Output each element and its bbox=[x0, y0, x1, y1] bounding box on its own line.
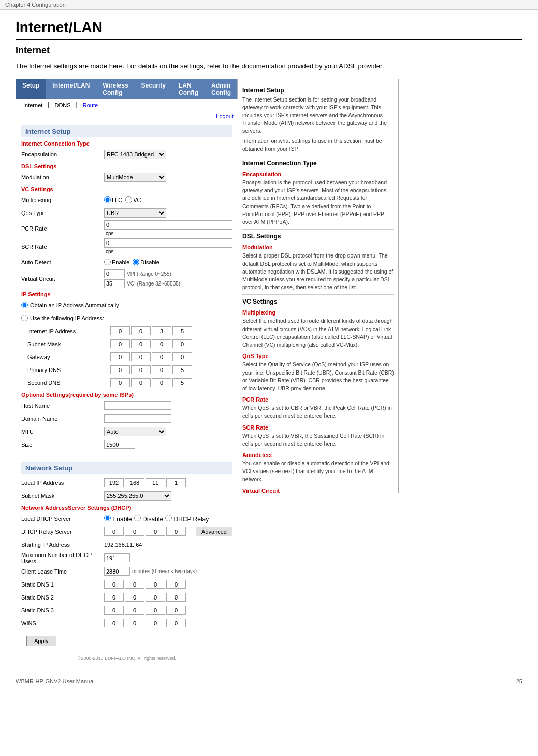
sdns-1[interactable] bbox=[110, 378, 130, 387]
vpi-input[interactable] bbox=[104, 269, 125, 278]
sub-tab-internet[interactable]: Internet bbox=[19, 101, 47, 109]
encap-select[interactable]: RFC 1483 Bridged PPPoE PPPoA IPoA bbox=[104, 150, 166, 159]
dhcp-relay-radio[interactable] bbox=[165, 515, 172, 521]
sub-tab-ddns[interactable]: DDNS bbox=[50, 101, 75, 109]
auto-detect-disable-radio[interactable] bbox=[133, 259, 139, 265]
dhcp-disable-radio[interactable] bbox=[134, 515, 141, 521]
wins-inputs bbox=[104, 619, 186, 627]
host-name-row: Host Name bbox=[21, 400, 232, 411]
multiplexing-llc-option[interactable]: LLC bbox=[104, 196, 122, 203]
relay-3[interactable] bbox=[146, 527, 165, 536]
inet-ip-3[interactable] bbox=[152, 326, 171, 335]
client-lease-input[interactable] bbox=[104, 567, 130, 576]
subnet-4[interactable] bbox=[172, 339, 192, 348]
relay-2[interactable] bbox=[125, 527, 144, 536]
wins-1[interactable] bbox=[104, 619, 124, 627]
host-name-input[interactable] bbox=[104, 401, 171, 410]
sdns-2[interactable] bbox=[131, 378, 151, 387]
sdns2-1[interactable] bbox=[104, 593, 124, 602]
obtain-ip-radio[interactable] bbox=[21, 302, 28, 308]
pcr-unit: cps bbox=[106, 231, 114, 236]
qos-select[interactable]: UBR CBR VBR bbox=[104, 208, 166, 218]
vci-input[interactable] bbox=[104, 279, 125, 288]
sdns3-3[interactable] bbox=[146, 606, 165, 615]
pcr-input[interactable] bbox=[104, 220, 232, 230]
relay-1[interactable] bbox=[104, 527, 124, 536]
size-input[interactable] bbox=[104, 440, 135, 449]
rp-mux-subtitle: Multiplexing bbox=[242, 309, 394, 316]
tab-lan-config[interactable]: LAN Config bbox=[172, 79, 205, 99]
pdns-1[interactable] bbox=[110, 365, 130, 374]
max-dhcp-input[interactable] bbox=[104, 553, 130, 562]
client-lease-unit: minutes (0 means two days) bbox=[132, 568, 197, 574]
sdns3-2[interactable] bbox=[125, 606, 144, 615]
dhcp-disable-option[interactable]: Disable bbox=[134, 515, 163, 523]
gw-3[interactable] bbox=[152, 352, 171, 361]
rp-pcr-subtitle: PCR Rate bbox=[242, 396, 394, 403]
sdns2-4[interactable] bbox=[166, 593, 186, 602]
local-ip-1[interactable] bbox=[104, 478, 124, 487]
tab-setup[interactable]: Setup bbox=[16, 79, 46, 99]
qos-row: Qos Type UBR CBR VBR bbox=[21, 207, 232, 219]
auto-detect-disable-option[interactable]: Disable bbox=[133, 259, 159, 265]
multiplexing-vc-radio[interactable] bbox=[125, 196, 132, 203]
gw-2[interactable] bbox=[131, 352, 151, 361]
pdns-4[interactable] bbox=[172, 365, 192, 374]
subnet-3[interactable] bbox=[152, 339, 171, 348]
dhcp-enable-option[interactable]: Enable bbox=[104, 515, 132, 523]
size-row: Size bbox=[21, 439, 232, 450]
relay-4[interactable] bbox=[166, 527, 186, 536]
sdns1-4[interactable] bbox=[166, 580, 186, 589]
local-ip-4[interactable] bbox=[166, 478, 186, 487]
pdns-3[interactable] bbox=[152, 365, 171, 374]
footer-left: WBMR-HP-GNV2 User Manual bbox=[16, 678, 95, 684]
wins-4[interactable] bbox=[166, 619, 186, 627]
sdns2-2[interactable] bbox=[125, 593, 144, 602]
scr-input[interactable] bbox=[104, 238, 232, 248]
wins-3[interactable] bbox=[146, 619, 165, 627]
mtu-select[interactable]: Auto Manual bbox=[104, 427, 166, 436]
tab-internet-lan[interactable]: Internet/LAN bbox=[46, 79, 96, 99]
sdns1-2[interactable] bbox=[125, 580, 144, 589]
gw-4[interactable] bbox=[172, 352, 192, 361]
modulation-select[interactable]: MultiMode T1.413 G.DMT G.Lite bbox=[104, 173, 166, 182]
multiplexing-vc-option[interactable]: VC bbox=[125, 196, 141, 203]
inet-ip-1[interactable] bbox=[110, 326, 130, 335]
auto-detect-enable-radio[interactable] bbox=[104, 259, 111, 265]
tab-security[interactable]: Security bbox=[135, 79, 172, 99]
sub-tab-route[interactable]: Route bbox=[79, 101, 102, 109]
net-subnet-select[interactable]: 255.255.255.0 255.255.0.0 255.0.0.0 bbox=[104, 491, 171, 501]
tab-admin-config[interactable]: Admin Config bbox=[205, 79, 238, 99]
local-ip-2[interactable] bbox=[125, 478, 144, 487]
pdns-2[interactable] bbox=[131, 365, 151, 374]
sdns3-4[interactable] bbox=[166, 606, 186, 615]
inet-ip-2[interactable] bbox=[131, 326, 151, 335]
wins-2[interactable] bbox=[125, 619, 144, 627]
advanced-button[interactable]: Advanced bbox=[196, 527, 232, 536]
logout-button[interactable]: Logout bbox=[216, 113, 234, 119]
tab-wireless[interactable]: Wireless Config bbox=[96, 79, 135, 99]
dhcp-relay-option[interactable]: DHCP Relay bbox=[165, 515, 209, 523]
subnet-1[interactable] bbox=[110, 339, 130, 348]
obtain-ip-option[interactable]: Obtain an IP Address Automatically bbox=[21, 302, 119, 308]
apply-button[interactable]: Apply bbox=[26, 636, 56, 646]
static-dns1-row: Static DNS 1 bbox=[21, 579, 232, 590]
multiplexing-llc-radio[interactable] bbox=[104, 196, 111, 203]
sdns-3[interactable] bbox=[152, 378, 171, 387]
sdns1-3[interactable] bbox=[146, 580, 165, 589]
gateway-label: Gateway bbox=[27, 354, 110, 360]
sdns3-1[interactable] bbox=[104, 606, 124, 615]
use-following-ip-radio[interactable] bbox=[21, 315, 28, 321]
inet-ip-row: Internet IP Address bbox=[27, 325, 232, 337]
sdns2-3[interactable] bbox=[146, 593, 165, 602]
dhcp-enable-radio[interactable] bbox=[104, 515, 111, 521]
subnet-2[interactable] bbox=[131, 339, 151, 348]
gw-1[interactable] bbox=[110, 352, 130, 361]
sdns1-1[interactable] bbox=[104, 580, 124, 589]
domain-name-input[interactable] bbox=[104, 414, 171, 423]
sdns-4[interactable] bbox=[172, 378, 192, 387]
auto-detect-enable-option[interactable]: Enable bbox=[104, 259, 129, 265]
local-ip-3[interactable] bbox=[146, 478, 165, 487]
inet-ip-4[interactable] bbox=[172, 326, 192, 335]
use-following-ip-option[interactable]: Use the following IP Address: bbox=[21, 315, 104, 321]
